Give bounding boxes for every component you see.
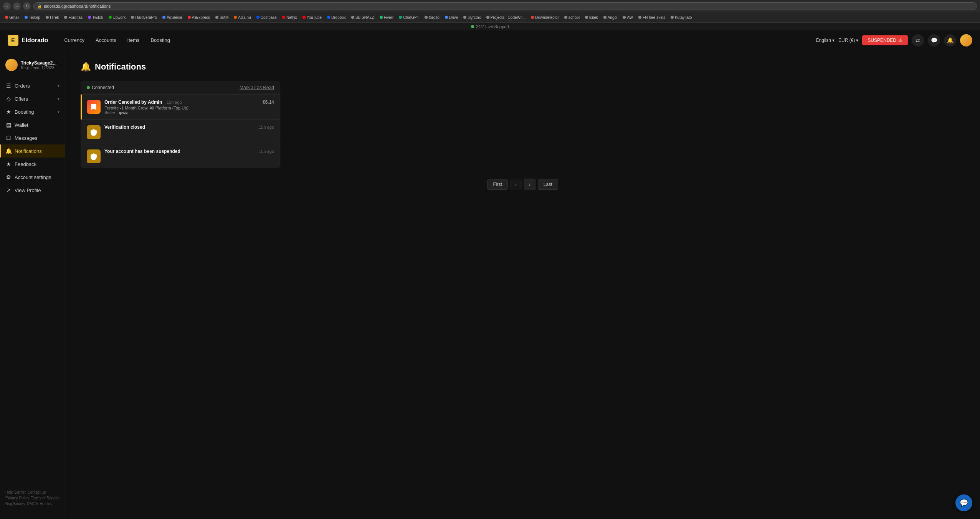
bookmark-coinbase[interactable]: Coinbase [255,15,279,20]
back-button[interactable]: ← [3,2,11,10]
bookmark-youtube[interactable]: YouTube [301,15,324,20]
sidebar-item-messages[interactable]: ☐ Messages [0,131,65,144]
nav-items[interactable]: Items [123,35,144,45]
prev-page-button[interactable]: ‹ [510,179,522,190]
orders-icon: ☰ [5,83,12,89]
notif-title-row-2: Verification closed 15h ago [104,124,274,130]
footer-privacy[interactable]: Privacy Policy [5,496,29,500]
settings-icon: ⚙ [5,174,12,180]
nav-accounts[interactable]: Accounts [91,35,121,45]
sidebar-item-boosting[interactable]: ★ Boosting ▾ [0,105,65,118]
nav-right: English ▾ EUR (€) ▾ SUSPENDED ⚠ ⇄ 💬 🔔 [816,34,972,46]
bookmark-aliexpress[interactable]: AliExpress [186,15,212,20]
bookmark-dropbox[interactable]: Dropbox [325,15,348,20]
chat-icon-btn[interactable]: 💬 [928,34,940,46]
bookmark-fiverr[interactable]: Fiverr [378,15,396,20]
sidebar: TrickySavage2... Registered: 12/2/23 ☰ O… [0,50,65,519]
next-page-button[interactable]: › [524,179,535,190]
notification-item-1[interactable]: Order Cancelled by Admin 15h ago €6.14 F… [81,94,280,119]
bookmark-angol[interactable]: Angol [602,15,620,20]
last-page-button[interactable]: Last [538,179,558,190]
chat-bubble-icon: 💬 [960,499,968,507]
sidebar-item-wallet[interactable]: ▤ Wallet [0,118,65,131]
bell-icon-btn[interactable]: 🔔 [944,34,956,46]
user-avatar-nav[interactable] [960,34,972,46]
page-title-area: 🔔 Notifications [81,62,965,72]
bookmark-hardverapro[interactable]: HardveraPro [129,15,159,20]
connected-badge: Connected [87,85,114,90]
nav-links: Currency Accounts Items Boosting [59,35,816,45]
notification-body-3: Your account has been suspended 15h ago [104,149,274,154]
bookmark-terkep[interactable]: Terkép [23,15,42,20]
url-bar[interactable]: 🔒 eldorado.gg/dashboard/notifications [33,2,977,10]
notif-time-1: 15h ago [167,100,182,104]
bookmark-sbsnazz[interactable]: SB SNAZZ [349,15,376,20]
username: TrickySavage2... [21,60,56,66]
sidebar-item-orders[interactable]: ☰ Orders ▾ [0,79,65,92]
bookmark-gmail[interactable]: Gmail [3,15,21,20]
notif-title-row-1: Order Cancelled by Admin 15h ago €6.14 [104,99,274,105]
footer-bug-bounty[interactable]: Bug Bounty [5,502,25,506]
sidebar-item-view-profile[interactable]: ↗ View Profile [0,184,65,197]
bookmark-twitch[interactable]: Twitch [86,15,105,20]
nav-boosting[interactable]: Boosting [146,35,175,45]
transfer-icon-btn[interactable]: ⇄ [912,34,924,46]
logo-area[interactable]: E Eldorado [8,35,48,46]
bookmark-alza[interactable]: Alza.hu [232,15,253,20]
sidebar-item-label: Offers [15,96,28,102]
bookmark-projects[interactable]: Projects - CodeWit... [484,15,528,20]
content-area: 🔔 Notifications Connected Mark all as Re… [65,50,980,519]
sidebar-footer: Help Center Contact us Privacy Policy Te… [0,486,65,511]
bookmark-forditas[interactable]: Fordítás [62,15,84,20]
bookmark-chatgpt[interactable]: ChatGPT [397,15,421,20]
sidebar-item-notifications[interactable]: 🔔 Notifications [0,144,65,158]
sidebar-item-offers[interactable]: ◇ Offers ▾ [0,92,65,105]
bookmark-kutayitato[interactable]: Kutayitató [669,15,694,20]
bookmark-school[interactable]: school [562,15,582,20]
bookmark-upwork[interactable]: Upwork [107,15,128,20]
mark-all-read-button[interactable]: Mark all as Read [240,85,274,90]
bookmark-hirek[interactable]: Hirek [44,15,61,20]
bookmark-lcitek[interactable]: lcitek [583,15,600,20]
footer-articles[interactable]: Articles [40,502,52,506]
footer-help-center[interactable]: Help Center [5,490,26,494]
page-bell-icon: 🔔 [81,62,91,72]
notification-item-2[interactable]: Verification closed 15h ago [81,119,280,144]
notification-item-3[interactable]: Your account has been suspended 15h ago [81,144,280,168]
user-info: TrickySavage2... Registered: 12/2/23 [0,54,65,76]
footer-dmca[interactable]: DMCA [27,502,38,506]
sidebar-item-feedback[interactable]: ★ Feedback [0,158,65,171]
bookmark-fordito[interactable]: fordito [423,15,441,20]
connected-label: Connected [92,85,114,90]
sidebar-item-label: Feedback [15,161,36,167]
footer-contact[interactable]: Contact us [27,490,46,494]
bookmark-adsense[interactable]: AdSense [160,15,184,20]
user-details: TrickySavage2... Registered: 12/2/23 [21,60,56,70]
forward-button[interactable]: → [13,2,21,10]
notifications-icon: 🔔 [5,148,12,154]
bookmark-fn-free-skins[interactable]: FN free skins [636,15,667,20]
logo-text: Eldorado [21,37,48,44]
boosting-icon: ★ [5,109,12,115]
first-page-button[interactable]: First [487,179,507,190]
footer-links: Help Center Contact us Privacy Policy Te… [5,490,60,506]
bookmark-drive[interactable]: Drive [443,15,460,20]
bookmarks-bar: Gmail Terkép Hirek Fordítás Twitch Upwor… [0,12,980,22]
refresh-button[interactable]: ↻ [23,2,31,10]
language-selector[interactable]: English ▾ [816,38,835,43]
bookmark-netflix[interactable]: Netflix [280,15,299,20]
footer-tos[interactable]: Terms of Service [31,496,59,500]
chat-bubble-button[interactable]: 💬 [955,494,972,511]
chevron-down-icon: ▾ [58,97,59,101]
notification-body-1: Order Cancelled by Admin 15h ago €6.14 F… [104,99,274,115]
bookmark-plyrctnx[interactable]: plyrctnx [461,15,483,20]
nav-currency[interactable]: Currency [59,35,89,45]
bookmark-smm[interactable]: SMM [213,15,230,20]
sidebar-item-account-settings[interactable]: ⚙ Account settings [0,171,65,184]
notif-seller-1: Seller: upwia [104,110,274,115]
suspended-button[interactable]: SUSPENDED ⚠ [862,35,908,45]
bookmark-aw[interactable]: AW [621,15,635,20]
user-since: Registered: 12/2/23 [21,66,56,70]
currency-selector[interactable]: EUR (€) ▾ [838,38,858,43]
bookmark-downdetector[interactable]: Downdetector [529,15,561,20]
